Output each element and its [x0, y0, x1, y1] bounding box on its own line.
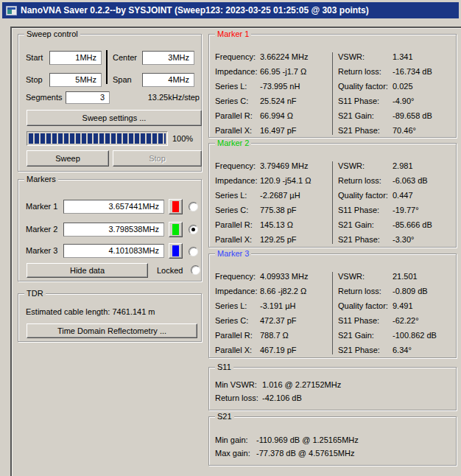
stop-frequency-input[interactable]: 5MHz	[49, 73, 102, 87]
field-label: Return loss:	[215, 391, 262, 405]
sweep-button[interactable]: Sweep	[27, 150, 109, 167]
data-row: Quality factor:0.025	[338, 79, 432, 94]
field-value: -0.809 dB	[393, 287, 428, 295]
field-value: 3.66224 MHz	[260, 52, 308, 61]
field-label: S21 Gain:	[338, 328, 393, 343]
field-label: Return loss:	[338, 284, 393, 298]
s21-rows: Min gain:-110.969 dB @ 1.25165MHz Max ga…	[215, 433, 359, 460]
field-value: 145.13 Ω	[260, 220, 293, 229]
field-label: Return loss:	[338, 173, 393, 188]
marker-1-label: Marker 1	[26, 200, 57, 214]
field-label: Quality factor:	[338, 188, 393, 203]
field-value: -19.77°	[393, 206, 419, 214]
marker-3-left-column: Frequency:4.09933 MHz Impedance:8.66 -j8…	[215, 269, 308, 357]
data-row: Return loss:-42.106 dB	[215, 391, 341, 405]
tdr-button[interactable]: Time Domain Reflectometry ...	[27, 323, 197, 338]
sweep-settings-button[interactable]: Sweep settings ...	[27, 110, 202, 126]
data-row: Impedance:120.9 -j54.1 Ω	[215, 173, 311, 188]
marker-3-data-panel: Marker 3 Frequency:4.09933 MHz Impedance…	[208, 253, 457, 358]
locked-radio[interactable]	[191, 265, 200, 275]
s11-rows: Min VSWR:1.016 @ 2.27152MHz Return loss:…	[215, 378, 341, 405]
data-row: Quality factor:9.491	[338, 298, 437, 313]
tdr-group: TDR Estimated cable length: 7461.141 m T…	[18, 293, 202, 342]
marker-2-radio[interactable]	[189, 225, 198, 234]
s11-panel: S11 Min VSWR:1.016 @ 2.27152MHz Return l…	[208, 367, 457, 410]
marker-1-radio[interactable]	[189, 202, 198, 211]
marker-1-color-button[interactable]	[169, 199, 183, 214]
field-label: Series C:	[215, 313, 260, 328]
center-frequency-input[interactable]: 3MHz	[142, 51, 194, 65]
field-value: 66.95 -j1.7 Ω	[260, 67, 306, 76]
data-row: Series C:472.37 pF	[215, 313, 308, 328]
field-label: Impedance:	[215, 173, 260, 188]
start-label: Start	[26, 51, 43, 65]
field-label: S21 Phase:	[338, 232, 393, 247]
field-value: 472.37 pF	[260, 316, 297, 325]
progress-bar-fill	[29, 133, 166, 144]
markers-group: Markers Marker 1 3.657441MHz Marker 2 3.…	[18, 179, 202, 281]
field-value: 1.016 @ 2.27152MHz	[262, 380, 341, 389]
data-row: Min gain:-110.969 dB @ 1.25165MHz	[215, 433, 359, 447]
data-row: Parallel X:467.19 pF	[215, 343, 308, 357]
data-row: Quality factor:0.447	[338, 188, 432, 203]
segments-input[interactable]: 3	[66, 91, 110, 104]
marker-1-panel-legend: Marker 1	[215, 29, 251, 39]
field-value: 3.79469 MHz	[260, 161, 308, 170]
field-label: Parallel R:	[215, 108, 260, 123]
window-titlebar[interactable]: NanoVNA Saver 0.2.2--by SYSJOINT (Sweep1…	[2, 2, 459, 18]
data-row: S21 Phase:-3.30°	[338, 232, 432, 247]
data-row: Min VSWR:1.016 @ 2.27152MHz	[215, 378, 341, 391]
marker-1-right-column: VSWR:1.341 Return loss:-16.734 dB Qualit…	[338, 49, 432, 138]
markers-legend: Markers	[24, 175, 58, 184]
start-frequency-input[interactable]: 1MHz	[49, 51, 102, 65]
data-row: S11 Phase:-4.90°	[338, 94, 432, 108]
data-row: Series C:775.38 pF	[215, 203, 311, 217]
field-value: 2.981	[393, 161, 413, 170]
data-row: VSWR:1.341	[338, 49, 432, 64]
field-value: 16.497 pF	[260, 126, 297, 135]
field-value: 66.994 Ω	[260, 111, 293, 120]
stop-label: Stop	[26, 73, 43, 87]
field-value: -2.2687 µH	[260, 191, 300, 200]
field-value: -4.90°	[393, 97, 414, 105]
marker-1-frequency-input[interactable]: 3.657441MHz	[63, 200, 164, 214]
marker-2-data-panel: Marker 2 Frequency:3.79469 MHz Impedance…	[208, 143, 457, 248]
field-label: Parallel X:	[215, 343, 260, 357]
s21-panel-legend: S21	[215, 412, 234, 421]
step-size-label: 13.25kHz/step	[107, 91, 200, 104]
field-label: Min VSWR:	[215, 378, 262, 391]
cable-length-row: Estimated cable length: 7461.141 m	[26, 306, 155, 318]
field-label: Parallel R:	[215, 217, 260, 232]
span-frequency-input[interactable]: 4MHz	[142, 73, 194, 87]
data-row: Impedance:66.95 -j1.7 Ω	[215, 64, 308, 79]
sweep-control-legend: Sweep control	[24, 29, 80, 39]
field-label: S21 Gain:	[338, 108, 393, 123]
marker-2-right-column: VSWR:2.981 Return loss:-6.063 dB Quality…	[338, 158, 432, 247]
data-row: Frequency:3.79469 MHz	[215, 158, 311, 173]
marker-3-radio[interactable]	[189, 247, 198, 256]
hide-data-button[interactable]: Hide data	[27, 263, 148, 278]
marker-2-left-column: Frequency:3.79469 MHz Impedance:120.9 -j…	[215, 158, 311, 247]
field-label: VSWR:	[338, 158, 393, 173]
field-label: Frequency:	[215, 269, 260, 284]
marker-3-right-column: VSWR:21.501 Return loss:-0.809 dB Qualit…	[338, 269, 437, 357]
field-label: VSWR:	[338, 269, 393, 284]
field-label: S11 Phase:	[338, 313, 393, 328]
marker-3-color-button[interactable]	[169, 243, 183, 259]
marker-1-left-column: Frequency:3.66224 MHz Impedance:66.95 -j…	[215, 49, 308, 138]
marker-3-panel-legend: Marker 3	[215, 249, 251, 259]
field-label: Series C:	[215, 94, 260, 108]
marker-3-frequency-input[interactable]: 4.101083MHz	[63, 244, 164, 258]
panel-divider	[332, 52, 333, 135]
progress-bar	[27, 131, 168, 146]
marker-2-frequency-input[interactable]: 3.798538MHz	[63, 223, 164, 237]
field-value: -16.734 dB	[393, 67, 432, 76]
stop-button[interactable]: Stop	[113, 150, 202, 167]
marker-2-color-button[interactable]	[169, 222, 183, 237]
data-row: Impedance:8.66 -j82.2 Ω	[215, 284, 308, 298]
field-label: Return loss:	[338, 64, 393, 79]
field-value: 4.09933 MHz	[260, 272, 308, 281]
s11-panel-legend: S11	[215, 363, 233, 372]
field-label: S11 Phase:	[338, 94, 393, 108]
data-row: VSWR:21.501	[338, 269, 437, 284]
